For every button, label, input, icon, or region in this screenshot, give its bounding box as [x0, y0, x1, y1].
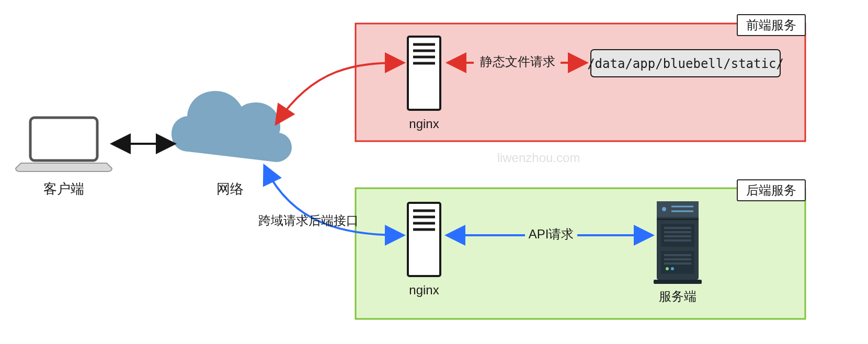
static-path-box: /data/app/bluebell/static/ — [587, 50, 784, 77]
backend-server-label: 服务端 — [659, 289, 696, 303]
backend-group-label: 后端服务 — [746, 183, 796, 197]
backend-server-icon — [654, 201, 702, 284]
svg-rect-21 — [657, 219, 699, 220]
laptop-icon — [16, 118, 112, 171]
watermark-text: liwenzhou.com — [497, 151, 580, 165]
svg-rect-33 — [654, 280, 702, 284]
svg-point-31 — [666, 267, 669, 270]
svg-rect-11 — [408, 203, 440, 276]
backend-nginx-label: nginx — [409, 283, 439, 297]
edge-network-backend-label: 跨域请求后端接口 — [258, 213, 359, 227]
svg-point-18 — [662, 207, 666, 211]
svg-rect-4 — [30, 118, 97, 160]
svg-rect-23 — [664, 227, 691, 229]
svg-rect-5 — [408, 37, 440, 110]
svg-point-32 — [671, 267, 674, 270]
svg-rect-29 — [664, 258, 691, 260]
svg-rect-30 — [664, 262, 691, 265]
svg-rect-25 — [664, 235, 691, 237]
cloud-icon — [172, 91, 292, 162]
frontend-nginx-label: nginx — [409, 117, 439, 131]
backend-nginx-icon — [408, 203, 440, 276]
edge-frontend-static-label: 静态文件请求 — [480, 54, 555, 68]
svg-rect-28 — [664, 254, 691, 256]
static-path-text: /data/app/bluebell/static/ — [587, 56, 784, 71]
client-label: 客户端 — [43, 181, 84, 197]
edge-backend-api-label: API请求 — [529, 227, 574, 241]
frontend-nginx-icon — [408, 37, 440, 110]
network-label: 网络 — [216, 181, 244, 197]
svg-rect-24 — [664, 231, 691, 233]
frontend-group-label: 前端服务 — [746, 18, 796, 32]
svg-rect-26 — [664, 239, 691, 242]
